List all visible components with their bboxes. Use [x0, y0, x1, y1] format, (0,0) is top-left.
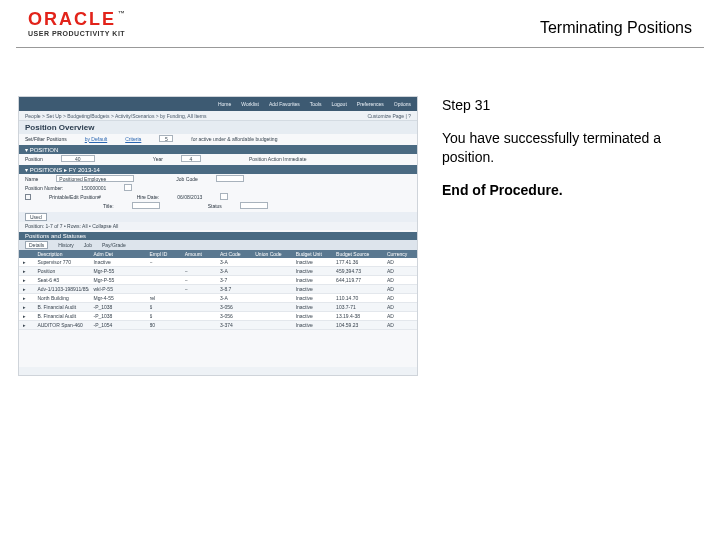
filter-note: for active under & affordable budgeting — [191, 136, 277, 142]
position-label: Position — [25, 156, 43, 162]
grid-col[interactable]: Budget Unit — [296, 251, 332, 257]
fy-section-header[interactable]: ▾ POSITIONS ▸ FY 2013-14 — [19, 165, 417, 174]
nav-item[interactable]: Options — [394, 101, 411, 107]
grid-col[interactable]: Union Code — [255, 251, 291, 257]
grid-tab[interactable]: Job — [84, 242, 92, 248]
nav-item[interactable]: Preferences — [357, 101, 384, 107]
table-row[interactable]: ▸PositionMgr-P-55–3-AInactive459,394.73A… — [19, 267, 417, 276]
table-row[interactable]: ▸AUDITOR Span-460-P_1054803-374Inactive1… — [19, 321, 417, 330]
nav-item[interactable]: Home — [218, 101, 231, 107]
table-cell: AD — [387, 277, 413, 283]
expand-icon[interactable]: ▸ — [23, 313, 33, 319]
year-input[interactable]: 4 — [181, 155, 201, 162]
grid-tab-row: Details History Job Pay/Grade — [19, 240, 417, 250]
table-cell: – — [185, 268, 216, 274]
grid-col[interactable]: Budget Source — [336, 251, 383, 257]
expand-icon[interactable]: ▸ — [23, 268, 33, 274]
printable-checkbox[interactable] — [25, 194, 31, 200]
table-cell: 13.19.4-38 — [336, 313, 383, 319]
breadcrumb-right[interactable]: Customize Page | ? — [367, 113, 411, 119]
grid-section-header: Positions and Statuses — [19, 232, 417, 240]
grid-col[interactable]: Empl ID — [150, 251, 181, 257]
table-cell: Inactive — [296, 286, 332, 292]
grid-tab[interactable]: History — [58, 242, 74, 248]
name-select[interactable]: Positioned Employee — [56, 175, 134, 182]
detail-row-3: Printable/Edit Position# Hire Date: 06/0… — [19, 192, 417, 201]
cal-icon[interactable] — [220, 193, 228, 200]
grid-tab[interactable]: Pay/Grade — [102, 242, 126, 248]
table-cell: Seat-6 #3 — [37, 277, 89, 283]
filter-value-input[interactable]: 5 — [159, 135, 173, 142]
table-cell: 80 — [150, 322, 181, 328]
trademark-symbol: ™ — [118, 10, 127, 17]
content-row: Home Worklist Add Favorites Tools Logout… — [0, 48, 720, 376]
table-cell: AD — [387, 259, 413, 265]
expand-icon[interactable]: ▸ — [23, 277, 33, 283]
table-cell: Inactive — [296, 277, 332, 283]
table-cell: -P_1038 — [93, 304, 145, 310]
grid-col[interactable]: Description — [37, 251, 89, 257]
expand-icon[interactable]: ▸ — [23, 295, 33, 301]
table-cell: AD — [387, 286, 413, 292]
title-input[interactable] — [132, 202, 160, 209]
table-cell: 3-A — [220, 268, 251, 274]
table-row[interactable]: ▸B. Financial Audit-P_103863-056Inactive… — [19, 303, 417, 312]
table-cell: Mgr-4-55 — [93, 295, 145, 301]
table-cell: Inactive — [296, 268, 332, 274]
grid-col[interactable]: Act Code — [220, 251, 251, 257]
table-cell: AD — [387, 322, 413, 328]
table-cell: 103.7-71 — [336, 304, 383, 310]
table-cell: 644,119.77 — [336, 277, 383, 283]
posnum-icon[interactable] — [124, 184, 132, 191]
status-input[interactable] — [240, 202, 268, 209]
table-row[interactable]: ▸Seat-6 #3Mgr-P-55–3-7Inactive644,119.77… — [19, 276, 417, 285]
jobcode-input[interactable] — [216, 175, 244, 182]
breadcrumb[interactable]: People > Set Up > Budgeting/Budgets > Ac… — [25, 113, 207, 119]
grid-col-expand — [23, 251, 33, 257]
section-header[interactable]: ▾ POSITION — [19, 145, 417, 154]
table-cell: -P_1038 — [93, 313, 145, 319]
grid-tab[interactable]: Details — [25, 241, 48, 249]
filter-default-link[interactable]: by Default — [85, 136, 108, 142]
action-label: Position Action Immediate — [249, 156, 307, 162]
hiredate-value: 06/08/2013 — [177, 194, 202, 200]
step-number: Step 31 — [442, 96, 704, 115]
expand-icon[interactable]: ▸ — [23, 322, 33, 328]
filter-criteria-link[interactable]: Criteria — [125, 136, 141, 142]
title-label: Title: — [103, 203, 114, 209]
expand-icon[interactable]: ▸ — [23, 304, 33, 310]
posnum-label: Position Number: — [25, 185, 63, 191]
year-label: Year — [153, 156, 163, 162]
grid-col[interactable]: Currency — [387, 251, 413, 257]
table-cell: 6 — [150, 304, 181, 310]
table-row[interactable]: ▸B. Financial Audit-P_103863-056Inactive… — [19, 312, 417, 321]
nav-item[interactable]: Tools — [310, 101, 322, 107]
nav-item[interactable]: Add Favorites — [269, 101, 300, 107]
position-input[interactable]: 40 — [61, 155, 95, 162]
table-cell: North Building — [37, 295, 89, 301]
table-row[interactable]: ▸Supervisor 770Inactive–3-AInactive177.4… — [19, 258, 417, 267]
form-row: Position 40 Year 4 Position Action Immed… — [19, 154, 417, 163]
table-cell: AD — [387, 304, 413, 310]
grid-col[interactable]: Adm Det — [93, 251, 145, 257]
nav-item[interactable]: Logout — [332, 101, 347, 107]
nav-item[interactable]: Worklist — [241, 101, 259, 107]
expand-icon[interactable]: ▸ — [23, 259, 33, 265]
grid-col[interactable]: Amount — [185, 251, 216, 257]
detail-row-4: Title: Status — [19, 201, 417, 210]
table-cell: 177.41.36 — [336, 259, 383, 265]
table-cell: AD — [387, 313, 413, 319]
data-grid: Description Adm Det Empl ID Amount Act C… — [19, 250, 417, 330]
table-cell: 104.59.23 — [336, 322, 383, 328]
table-cell: Inactive — [296, 313, 332, 319]
table-row[interactable]: ▸North BuildingMgr-4-55rel3-AInactive110… — [19, 294, 417, 303]
expand-icon[interactable]: ▸ — [23, 286, 33, 292]
used-tab[interactable]: Used — [25, 213, 47, 221]
table-cell: Adv-1/1103-198911/85/7 — [37, 286, 89, 292]
oracle-text: ORACLE — [28, 9, 116, 29]
hiredate-label: Hire Date: — [137, 194, 160, 200]
table-cell: 3-A — [220, 295, 251, 301]
table-row[interactable]: ▸Adv-1/1103-198911/85/7wkl-P-55–3-8.7Ina… — [19, 285, 417, 294]
table-cell: Inactive — [296, 259, 332, 265]
table-cell: – — [150, 259, 181, 265]
